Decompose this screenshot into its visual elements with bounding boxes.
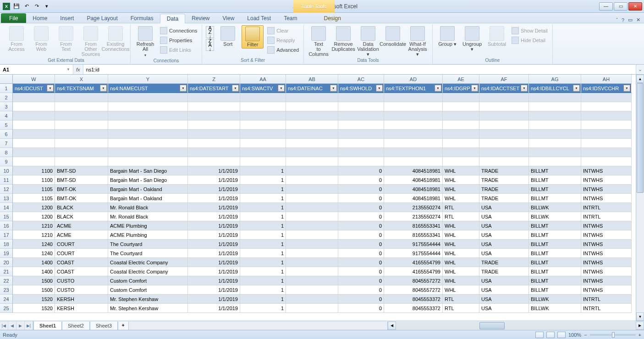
cell[interactable]: 1: [240, 285, 286, 295]
cell[interactable]: [479, 130, 529, 139]
cell[interactable]: BILLWK: [529, 203, 581, 212]
cell[interactable]: [55, 120, 108, 130]
cell[interactable]: BMT-OK: [55, 194, 108, 203]
cell[interactable]: [286, 166, 338, 175]
tab-page-layout[interactable]: Page Layout: [80, 13, 124, 23]
cell[interactable]: 4165554799: [384, 267, 443, 276]
cell[interactable]: 1/1/2019: [188, 166, 240, 175]
filter-dropdown-icon[interactable]: ▼: [47, 85, 54, 92]
cell[interactable]: [188, 130, 240, 139]
last-sheet-icon[interactable]: ▶|: [25, 321, 33, 330]
cell[interactable]: TRADE: [479, 185, 529, 194]
cell[interactable]: 1/1/2019: [188, 203, 240, 212]
cell[interactable]: TRADE: [479, 258, 529, 267]
cell[interactable]: 1: [240, 194, 286, 203]
cell[interactable]: 9175554444: [384, 249, 443, 258]
cell[interactable]: [286, 148, 338, 157]
cell[interactable]: 1: [240, 258, 286, 267]
cell[interactable]: [286, 249, 338, 258]
maximize-button[interactable]: ▭: [614, 2, 627, 11]
cell[interactable]: [479, 102, 529, 111]
table-column-header[interactable]: ns4:IDCUST▼: [13, 84, 55, 93]
file-tab[interactable]: File: [1, 13, 26, 23]
cell[interactable]: [240, 139, 286, 148]
cell[interactable]: 1400: [13, 267, 55, 276]
row-header[interactable]: 15: [0, 212, 13, 221]
cell[interactable]: 1100: [13, 166, 55, 175]
cell[interactable]: 1: [240, 221, 286, 230]
fx-icon[interactable]: fx: [76, 67, 80, 72]
cell[interactable]: 1105: [13, 194, 55, 203]
cell[interactable]: [188, 157, 240, 166]
cell[interactable]: [108, 130, 188, 139]
cell[interactable]: 1: [240, 276, 286, 285]
cell[interactable]: ACME: [55, 221, 108, 230]
what-if-analysis-button[interactable]: What-IfAnalysis ▾: [407, 25, 429, 57]
cell[interactable]: INTWHS: [581, 221, 632, 230]
cell[interactable]: 1/1/2019: [188, 267, 240, 276]
cell[interactable]: WHL: [443, 175, 479, 185]
cell[interactable]: Bargain Mart - Oakland: [108, 194, 188, 203]
cell[interactable]: [384, 139, 443, 148]
cell[interactable]: 0: [338, 258, 384, 267]
cell[interactable]: INTWHS: [581, 166, 632, 175]
column-header[interactable]: AD: [384, 75, 443, 84]
cell[interactable]: 4084518981: [384, 185, 443, 194]
cell[interactable]: 1210: [13, 230, 55, 240]
row-header[interactable]: 9: [0, 157, 13, 166]
table-column-header[interactable]: ns4:DATESTART▼: [188, 84, 240, 93]
row-header[interactable]: 21: [0, 267, 13, 276]
cell[interactable]: COAST: [55, 258, 108, 267]
cell[interactable]: 1/1/2019: [188, 212, 240, 221]
cell[interactable]: [188, 111, 240, 120]
cell[interactable]: BILLWK: [529, 304, 581, 313]
cell[interactable]: 8165553341: [384, 230, 443, 240]
cell[interactable]: [479, 111, 529, 120]
tab-review[interactable]: Review: [185, 13, 216, 23]
new-sheet-button[interactable]: ✦: [118, 322, 129, 330]
cell[interactable]: 0: [338, 240, 384, 249]
cell[interactable]: 8165553341: [384, 221, 443, 230]
cell[interactable]: 0: [338, 249, 384, 258]
cell[interactable]: [286, 130, 338, 139]
cell[interactable]: [581, 102, 632, 111]
cell[interactable]: INTRTL: [581, 212, 632, 221]
cell[interactable]: WHL: [443, 285, 479, 295]
cell[interactable]: 1: [240, 249, 286, 258]
cell[interactable]: 0: [338, 230, 384, 240]
cell[interactable]: [240, 120, 286, 130]
tab-home[interactable]: Home: [26, 13, 54, 23]
cell[interactable]: 1: [240, 240, 286, 249]
cell[interactable]: [13, 111, 55, 120]
filter-dropdown-icon[interactable]: ▼: [330, 85, 337, 92]
cell[interactable]: RTL: [443, 212, 479, 221]
cell[interactable]: CUSTO: [55, 285, 108, 295]
first-sheet-icon[interactable]: |◀: [0, 321, 8, 330]
cell[interactable]: [55, 139, 108, 148]
cell[interactable]: 1105: [13, 185, 55, 194]
cell[interactable]: 1520: [13, 304, 55, 313]
scroll-down-icon[interactable]: ▼: [636, 312, 644, 321]
cell[interactable]: WHL: [443, 267, 479, 276]
cell[interactable]: BILLMT: [529, 166, 581, 175]
zoom-out-button[interactable]: −: [584, 332, 587, 338]
cell[interactable]: [286, 194, 338, 203]
cell[interactable]: INTWHS: [581, 230, 632, 240]
table-column-header[interactable]: ns4:NAMECUST▼: [108, 84, 188, 93]
row-header[interactable]: 12: [0, 185, 13, 194]
cell[interactable]: [581, 120, 632, 130]
data-validation-button[interactable]: DataValidation ▾: [357, 25, 379, 57]
cell[interactable]: USA: [479, 230, 529, 240]
cell[interactable]: WHL: [443, 230, 479, 240]
cell[interactable]: [108, 139, 188, 148]
table-column-header[interactable]: ns4:SWACTV▼: [240, 84, 286, 93]
cell[interactable]: 1240: [13, 240, 55, 249]
row-header[interactable]: 7: [0, 139, 13, 148]
row-header[interactable]: 25: [0, 304, 13, 313]
cell[interactable]: COURT: [55, 249, 108, 258]
row-header[interactable]: 2: [0, 93, 13, 102]
table-column-header[interactable]: ns4:TEXTPHON1▼: [384, 84, 443, 93]
cell[interactable]: [286, 295, 338, 304]
cell[interactable]: INTWHS: [581, 194, 632, 203]
tab-load-test[interactable]: Load Test: [241, 13, 277, 23]
